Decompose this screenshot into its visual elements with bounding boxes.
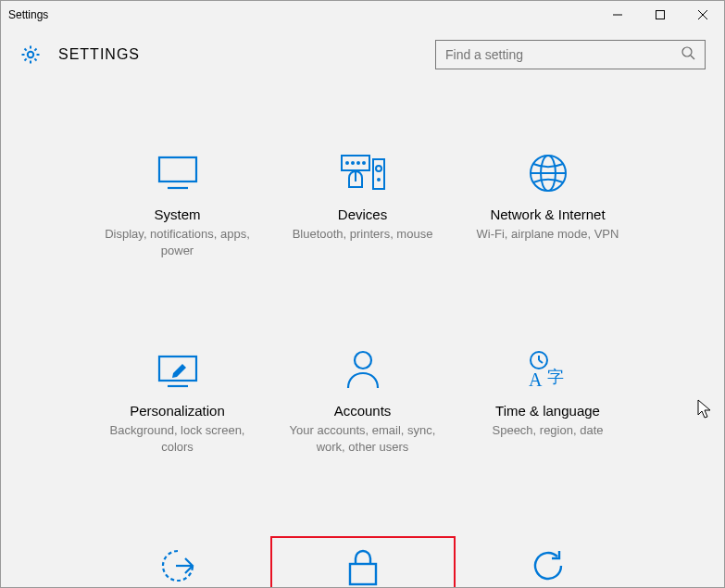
svg-point-16 (378, 179, 380, 181)
svg-text:字: 字 (547, 368, 564, 386)
ease-icon (157, 544, 198, 588)
tile-sub: Bluetooth, printers, mouse (293, 226, 433, 243)
tile-network[interactable]: Network & Internet Wi-Fi, airplane mode,… (456, 144, 641, 266)
tile-title: Devices (338, 206, 387, 222)
close-button[interactable] (681, 1, 724, 29)
tile-sub: Wi-Fi, airplane mode, VPN (477, 226, 619, 243)
svg-rect-14 (373, 159, 384, 189)
tile-privacy[interactable]: Privacy (270, 536, 456, 588)
header: SETTINGS (1, 29, 724, 88)
tile-title: Personalization (130, 403, 225, 419)
monitor-icon (156, 151, 199, 195)
tile-accounts[interactable]: Accounts Your accounts, email, sync, wor… (270, 340, 456, 462)
svg-rect-1 (656, 11, 665, 19)
tile-title: Network & Internet (490, 206, 605, 222)
search-icon (681, 45, 695, 64)
tile-sub: Your accounts, email, sync, work, other … (284, 422, 442, 455)
tile-sub: Display, notifications, apps, power (99, 226, 256, 258)
header-left: SETTINGS (19, 44, 140, 66)
window-title: Settings (8, 8, 48, 21)
title-bar: Settings (1, 1, 724, 29)
devices-icon (340, 151, 386, 195)
settings-grid: System Display, notifications, apps, pow… (1, 88, 724, 588)
person-icon (344, 347, 381, 392)
svg-text:A: A (529, 369, 543, 390)
svg-rect-30 (350, 564, 376, 584)
svg-point-5 (682, 47, 692, 56)
search-box[interactable] (435, 40, 706, 69)
svg-point-11 (352, 162, 354, 164)
tile-sub: Speech, region, date (493, 422, 604, 439)
maximize-button[interactable] (639, 1, 681, 29)
tile-system[interactable]: System Display, notifications, apps, pow… (85, 144, 270, 266)
time-language-icon: A 字 (525, 347, 571, 392)
svg-rect-7 (159, 157, 196, 181)
svg-line-6 (691, 56, 694, 59)
paint-icon (156, 347, 199, 392)
svg-point-13 (363, 162, 365, 164)
tile-title: Time & language (495, 403, 600, 419)
tile-sub: Background, lock screen, colors (99, 422, 256, 455)
window-controls (596, 1, 724, 29)
tile-ease-of-access[interactable]: Ease of Access (85, 536, 270, 588)
svg-point-15 (376, 166, 381, 171)
svg-point-10 (346, 162, 348, 164)
page-title: SETTINGS (58, 46, 140, 63)
svg-point-4 (28, 52, 33, 57)
tile-title: Accounts (334, 403, 392, 419)
globe-icon (528, 151, 569, 195)
tile-title: System (154, 206, 200, 222)
tile-time-language[interactable]: A 字 Time & language Speech, region, date (456, 340, 641, 462)
search-input[interactable] (445, 47, 681, 62)
svg-point-12 (357, 162, 359, 164)
tile-personalization[interactable]: Personalization Background, lock screen,… (85, 340, 270, 462)
update-icon (528, 544, 569, 588)
tile-devices[interactable]: Devices Bluetooth, printers, mouse (270, 144, 456, 266)
gear-icon (19, 44, 42, 66)
tile-update-security[interactable]: Update & security (456, 536, 641, 588)
minimize-button[interactable] (596, 1, 639, 29)
svg-line-26 (539, 360, 543, 363)
svg-point-23 (355, 352, 371, 369)
lock-icon (346, 545, 380, 588)
